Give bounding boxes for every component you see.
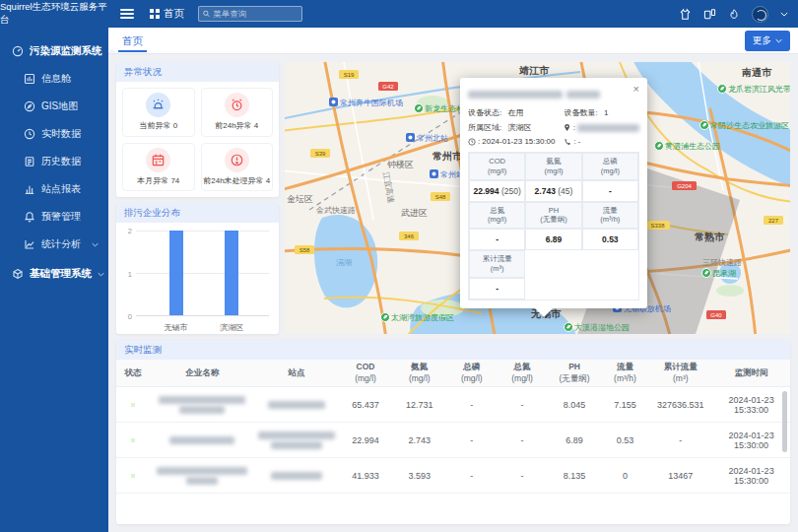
theme-skin-icon[interactable] [679,8,692,21]
table-row[interactable]: 22.9942.743--6.890.53-2024-01-23 15:30:0… [116,423,790,458]
trend-icon [24,238,35,250]
sidebar-item-5[interactable]: 站点报表 [0,175,108,203]
column-header-4: 氨氮(mg/l) [392,362,446,383]
breadcrumb-home[interactable]: 首页 [150,7,184,21]
svg-text:S58: S58 [299,247,310,253]
realtime-table-body: 65.43712.731--8.0457.155327636.5312024-0… [116,387,790,494]
siren-icon [146,93,170,117]
user-avatar[interactable] [752,6,768,23]
svg-text:346: 346 [404,233,415,239]
sidebar-item-label: 基础管理系统 [30,267,92,281]
y-tick-label: 2 [128,227,132,235]
abnormal-panel-title: 异常状况 [116,62,279,82]
svg-text:G42: G42 [382,84,394,90]
x-tick-label: 滨湖区 [220,322,243,333]
tab-home[interactable]: 首页 [118,29,147,52]
cell-ph: 8.135 [548,471,602,481]
cell-tp: - [446,471,497,481]
hamburger-menu-icon[interactable] [120,6,134,21]
cell-nh3: 12.731 [392,400,446,410]
station-name-redacted [254,432,339,449]
y-tick-label: 0 [128,312,132,321]
popup-metric-value: - [469,278,525,299]
abnormal-card-1[interactable]: 前24h异常 4 [201,88,274,137]
realtime-panel: 实时监测 状态企业名称站点COD(mg/l)氨氮(mg/l)总磷(mg/l)总氮… [116,340,790,524]
monitor-time: : 2024-01-23 15:30:00 [468,137,564,146]
sidebar-item-8[interactable]: 基础管理系统 [0,260,108,288]
popup-metric-value: 6.89 [525,229,581,250]
map-panel[interactable]: S19G42S39S48G2S58346S228G524G204S338227G… [285,62,790,334]
chart-plot [136,231,269,316]
cell-ph: 8.045 [548,400,602,410]
abnormal-card-0[interactable]: 当前异常 0 [122,88,195,137]
search-icon [203,10,210,18]
map-label-district: 武进区 [401,208,428,218]
column-header-2: 站点 [254,367,339,378]
column-header-1: 企业名称 [150,367,254,378]
popup-close-icon[interactable]: × [633,85,639,94]
more-button[interactable]: 更多 [745,31,790,51]
x-tick-label: 无锡市 [165,322,188,333]
cell-tp: - [446,400,497,410]
map-label-road: 金武快速路 [315,206,356,215]
popup-empty-cell [525,250,581,278]
sidebar-item-7[interactable]: 统计分析 [0,231,108,258]
screens-icon[interactable] [703,8,716,21]
abnormal-card-2[interactable]: 本月异常 74 [122,143,195,192]
clock-icon [24,128,35,140]
company-name-redacted [150,467,254,485]
sidebar-item-3[interactable]: 实时数据 [0,120,108,148]
map-label-road: 江宜高速 [381,170,396,204]
column-header-8: 流量(m³/h) [601,362,648,383]
sidebar-item-4[interactable]: 历史数据 [0,148,108,175]
cell-time: 2024-01-23 15:30:00 [712,431,790,450]
popup-metric-value: 2.743 (45) [525,180,581,202]
table-scrollbar[interactable] [782,391,787,452]
road-badge: G42 [378,82,398,91]
sidebar-item-1[interactable]: 信息舱 [0,65,108,93]
distribution-panel: 排污企业分布 012 无锡市滨湖区 [116,203,279,334]
map-label-district: 钟楼区 [387,160,414,169]
map-label-park: 龙爪岩滨江风光带 [728,85,790,94]
road-badge: 227 [764,216,783,225]
svg-text:G204: G204 [677,183,692,189]
sidebar-item-6[interactable]: 预警管理 [0,203,108,231]
road-badge: S39 [310,149,330,158]
map-label-park: 常阴沙生态农业旅游区 [710,121,789,130]
svg-text:S39: S39 [315,151,326,157]
grid-icon [150,9,160,19]
road-badge: G204 [672,181,697,190]
table-row[interactable]: 65.43712.731--8.0457.155327636.5312024-0… [116,387,790,423]
exclamation-icon [225,148,249,172]
table-row[interactable]: 41.9333.593--8.1350134672024-01-23 15:30… [116,458,790,494]
map-label-city: 南通市 [742,67,772,78]
map-label-park: 黄泗浦生态公园 [665,142,720,151]
sidebar-item-label: 实时数据 [41,127,108,141]
sidebar-item-2[interactable]: GIS地图 [0,93,108,120]
search-input[interactable] [213,9,298,19]
bar-无锡市 [169,231,183,315]
chart-x-axis: 无锡市滨湖区 [136,318,269,332]
station-name-redacted [254,401,339,409]
road-badge: S48 [431,192,450,201]
flame-icon[interactable] [728,8,740,21]
info-panel-icon [24,73,35,85]
road-badge: S338 [645,221,670,230]
sidebar-item-0[interactable]: 污染源监测系统 [0,37,108,65]
column-header-0: 状态 [116,367,150,378]
chart-y-axis: 012 [122,231,134,316]
abnormal-card-3[interactable]: 前24h未处理异常 4 [201,143,274,192]
map-label-district: 金坛区 [287,194,313,204]
app-brand: Squirrel生态环境云服务平台 [0,0,108,28]
sidebar-item-label: 预警管理 [41,210,108,224]
abnormal-card-label: 前24h异常 4 [215,120,258,131]
cell-cod: 65.437 [339,400,393,410]
menu-search-box[interactable] [198,6,302,22]
cell-tp: - [446,435,497,445]
abnormal-card-label: 本月异常 74 [137,175,179,186]
user-menu-chevron-icon[interactable] [780,12,788,17]
popup-metric-header: PH(无量纲) [525,202,581,230]
clock-small-icon [468,138,476,146]
realtime-panel-title: 实时监测 [116,340,790,360]
location-pin-icon [564,123,570,132]
